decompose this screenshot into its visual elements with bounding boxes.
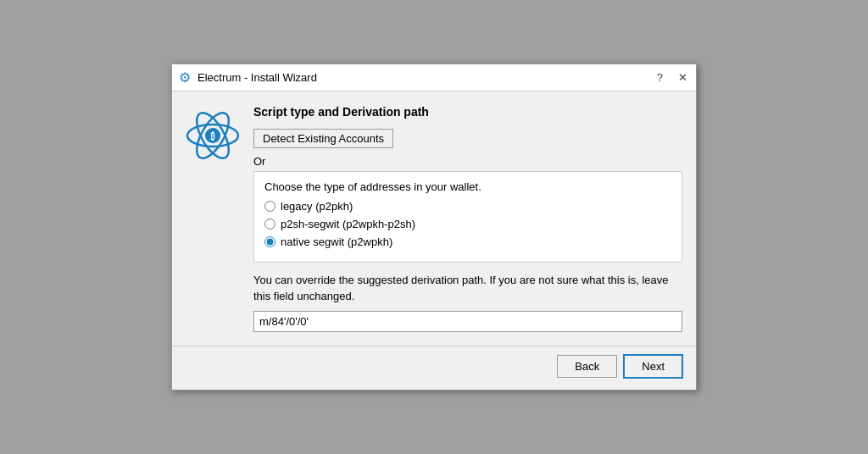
section-title: Script type and Derivation path — [253, 105, 682, 119]
override-description: You can override the suggested derivatio… — [253, 273, 682, 303]
next-button[interactable]: Next — [624, 355, 682, 378]
radio-legacy[interactable]: legacy (p2pkh) — [264, 200, 671, 213]
close-button[interactable]: ✕ — [676, 71, 689, 84]
radio-legacy-label: legacy (p2pkh) — [281, 200, 353, 213]
wizard-window: ⚙ Electrum - Install Wizard ? ✕ ₿ Script… — [171, 64, 697, 390]
radio-p2sh-segwit-label: p2sh-segwit (p2wpkh-p2sh) — [281, 218, 415, 230]
radio-p2sh-segwit-input[interactable] — [264, 219, 275, 230]
radio-native-segwit-input[interactable] — [264, 236, 275, 247]
or-label: Or — [253, 155, 682, 168]
window-title: Electrum - Install Wizard — [198, 71, 648, 84]
footer: Back Next — [172, 346, 696, 390]
electrum-logo-icon: ₿ — [186, 108, 240, 163]
window-controls: ? ✕ — [655, 71, 689, 84]
radio-legacy-input[interactable] — [264, 201, 275, 212]
app-icon: ⚙ — [179, 69, 191, 86]
detect-accounts-button[interactable]: Detect Existing Accounts — [253, 129, 393, 148]
radio-native-segwit-label: native segwit (p2wpkh) — [281, 235, 392, 248]
radio-native-segwit[interactable]: native segwit (p2wpkh) — [264, 235, 671, 248]
address-type-box: Choose the type of addresses in your wal… — [253, 171, 682, 263]
choose-label: Choose the type of addresses in your wal… — [264, 180, 671, 193]
derivation-path-input[interactable] — [253, 311, 682, 332]
help-button[interactable]: ? — [655, 71, 665, 84]
window-body: ₿ Script type and Derivation path Detect… — [172, 91, 696, 345]
title-bar: ⚙ Electrum - Install Wizard ? ✕ — [172, 64, 696, 91]
back-button[interactable]: Back — [557, 355, 617, 378]
content-area: Script type and Derivation path Detect E… — [253, 105, 682, 331]
svg-text:₿: ₿ — [210, 131, 215, 141]
logo-area: ₿ — [186, 105, 240, 331]
radio-p2sh-segwit[interactable]: p2sh-segwit (p2wpkh-p2sh) — [264, 218, 671, 230]
